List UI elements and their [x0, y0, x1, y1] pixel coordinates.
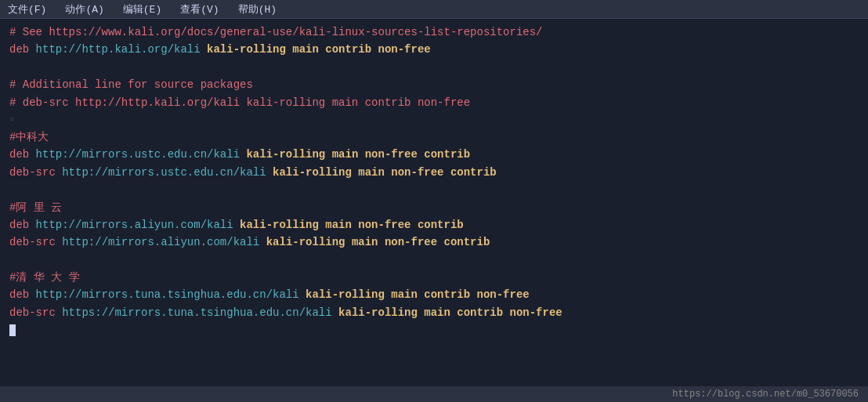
line-17 [9, 321, 859, 339]
line-13 [9, 252, 859, 269]
line-1: deb http://http.kali.org/kali kali-rolli… [9, 41, 859, 58]
status-url: https://blog.csdn.net/m0_53670056 [672, 389, 859, 400]
menu-view[interactable]: 查看(V) [175, 1, 223, 18]
line-5: ○ [9, 111, 859, 129]
line-7: deb http://mirrors.ustc.edu.cn/kali kali… [9, 146, 859, 163]
line-9 [9, 181, 859, 198]
menu-action[interactable]: 动作(A) [60, 1, 108, 18]
menu-help[interactable]: 帮助(H) [233, 1, 281, 18]
line-2 [9, 59, 859, 76]
line-6: #中科大 [9, 129, 859, 146]
line-4: # deb-src http://http.kali.org/kali kali… [9, 94, 859, 111]
line-16: deb-src https://mirrors.tuna.tsinghua.ed… [9, 304, 859, 321]
menu-edit[interactable]: 编辑(E) [118, 1, 166, 18]
line-12: deb-src http://mirrors.aliyun.com/kali k… [9, 234, 859, 251]
line-3: # Additional line for source packages [9, 76, 859, 93]
statusbar: https://blog.csdn.net/m0_53670056 [0, 386, 868, 402]
line-15: deb http://mirrors.tuna.tsinghua.edu.cn/… [9, 286, 859, 303]
menu-file[interactable]: 文件(F) [3, 1, 51, 18]
editor: # See https://www.kali.org/docs/general-… [0, 19, 868, 386]
line-11: deb http://mirrors.aliyun.com/kali kali-… [9, 216, 859, 234]
line-10: #阿 里 云 [9, 199, 859, 216]
line-8: deb-src http://mirrors.ustc.edu.cn/kali … [9, 164, 859, 181]
line-0: # See https://www.kali.org/docs/general-… [9, 24, 859, 41]
menubar: 文件(F) 动作(A) 编辑(E) 查看(V) 帮助(H) [0, 0, 868, 19]
line-14: #清 华 大 学 [9, 269, 859, 286]
